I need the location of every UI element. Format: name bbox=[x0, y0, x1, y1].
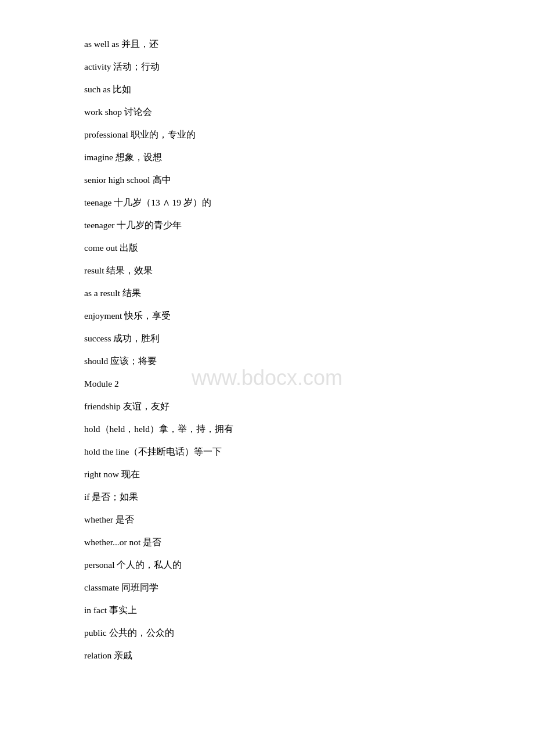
main-content: as well as 并且，还activity 活动；行动such as 比如w… bbox=[0, 0, 534, 704]
vocab-item-imagine: imagine 想象，设想 bbox=[84, 148, 450, 166]
vocab-item-as-a-result: as a result 结果 bbox=[84, 284, 450, 302]
vocab-item-friendship: friendship 友谊，友好 bbox=[84, 397, 450, 415]
vocab-item-should: should 应该；将要 bbox=[84, 352, 450, 370]
vocab-item-right-now: right now 现在 bbox=[84, 465, 450, 483]
vocab-item-whether-or-not: whether...or not 是否 bbox=[84, 533, 450, 551]
vocab-item-in-fact: in fact 事实上 bbox=[84, 601, 450, 619]
vocab-item-such-as: such as 比如 bbox=[84, 80, 450, 98]
vocab-item-work-shop: work shop 讨论会 bbox=[84, 103, 450, 121]
vocab-item-as-well-as: as well as 并且，还 bbox=[84, 35, 450, 53]
vocab-item-personal: personal 个人的，私人的 bbox=[84, 556, 450, 574]
vocab-item-result: result 结果，效果 bbox=[84, 261, 450, 279]
vocab-item-activity: activity 活动；行动 bbox=[84, 57, 450, 75]
vocab-item-senior-high-school: senior high school 高中 bbox=[84, 171, 450, 189]
vocabulary-list: as well as 并且，还activity 活动；行动such as 比如w… bbox=[84, 35, 450, 664]
vocab-item-if: if 是否；如果 bbox=[84, 488, 450, 506]
vocab-item-public: public 公共的，公众的 bbox=[84, 624, 450, 642]
vocab-item-classmate: classmate 同班同学 bbox=[84, 578, 450, 596]
vocab-item-module2: Module 2 bbox=[84, 375, 450, 393]
vocab-item-teenage: teenage 十几岁（13 ∧ 19 岁）的 bbox=[84, 193, 450, 211]
vocab-item-hold: hold（held，held）拿，举，持，拥有 bbox=[84, 420, 450, 438]
vocab-item-professional: professional 职业的，专业的 bbox=[84, 125, 450, 143]
vocab-item-come-out: come out 出版 bbox=[84, 239, 450, 257]
vocab-item-enjoyment: enjoyment 快乐，享受 bbox=[84, 307, 450, 325]
vocab-item-teenager: teenager 十几岁的青少年 bbox=[84, 216, 450, 234]
vocab-item-whether: whether 是否 bbox=[84, 510, 450, 528]
vocab-item-relation: relation 亲戚 bbox=[84, 646, 450, 664]
vocab-item-hold-the-line: hold the line（不挂断电话）等一下 bbox=[84, 442, 450, 460]
vocab-item-success: success 成功，胜利 bbox=[84, 329, 450, 347]
